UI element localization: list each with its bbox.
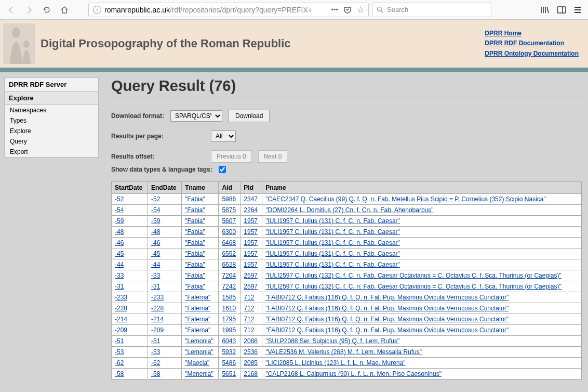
reload-button[interactable] <box>39 3 54 17</box>
sidebar-item[interactable]: Namespaces <box>5 105 98 115</box>
cell-link[interactable]: 2264 <box>244 206 258 214</box>
more-icon[interactable]: ••• <box>331 6 338 14</box>
cell-link[interactable]: "Fabia" <box>185 250 205 257</box>
cell-link[interactable]: -45 <box>115 250 124 257</box>
column-header[interactable]: Aid <box>219 182 240 194</box>
sidebar-item[interactable]: Types <box>5 115 98 126</box>
cell-link[interactable]: "Fabia" <box>185 195 205 203</box>
cell-link[interactable]: 7204 <box>222 272 236 279</box>
cell-link[interactable]: 7242 <box>222 283 236 290</box>
cell-link[interactable]: 1795 <box>222 316 236 323</box>
cell-link[interactable]: 2088 <box>244 337 258 345</box>
cell-link[interactable]: "Falerna" <box>185 326 210 334</box>
sidebar-item[interactable]: Query <box>5 136 98 147</box>
cell-link[interactable]: -228 <box>115 305 127 312</box>
cell-link[interactable]: "Fabia" <box>185 239 205 246</box>
bookmark-icon[interactable]: ☆ <box>357 5 364 15</box>
cell-link[interactable]: 1957 <box>244 228 258 236</box>
results-per-page-select[interactable]: All <box>211 130 236 142</box>
download-format-select[interactable]: SPARQL/CSV <box>170 110 222 122</box>
sidebar-item[interactable]: Export <box>5 147 98 157</box>
cell-link[interactable]: -33 <box>151 272 160 279</box>
cell-link[interactable]: -214 <box>151 316 164 323</box>
cell-link[interactable]: -59 <box>115 217 124 225</box>
cell-link[interactable]: -228 <box>151 305 164 312</box>
cell-link[interactable]: -52 <box>115 195 124 203</box>
cell-link[interactable]: 2597 <box>244 272 258 279</box>
cell-link[interactable]: "Lemonia" <box>185 348 213 356</box>
cell-link[interactable]: 6628 <box>222 261 236 268</box>
cell-link[interactable]: 712 <box>244 305 254 312</box>
cell-link[interactable]: "Fabia" <box>185 283 205 290</box>
cell-link[interactable]: -214 <box>115 316 127 323</box>
cell-link[interactable]: -45 <box>151 250 160 257</box>
cell-link[interactable]: "IULI1957 C. Iulius (131) C. f. C. n. Fa… <box>265 261 400 268</box>
column-header[interactable]: Pname <box>262 182 582 194</box>
column-header[interactable]: Tname <box>182 182 219 194</box>
cell-link[interactable]: "Fabia" <box>185 272 205 279</box>
header-link[interactable]: DPRR Home <box>485 29 579 38</box>
cell-link[interactable]: -54 <box>151 206 160 214</box>
cell-link[interactable]: -58 <box>151 370 160 377</box>
cell-link[interactable]: -233 <box>151 294 164 301</box>
previous-button[interactable]: Previous 0 <box>211 150 252 163</box>
cell-link[interactable]: "DOMI2264 L. Domitius (27) Cn. f. Cn. n.… <box>265 206 433 214</box>
cell-link[interactable]: 1610 <box>222 305 236 312</box>
cell-link[interactable]: "IULI2597 C. Iulius (132) C. f. C. n. Fa… <box>265 283 562 290</box>
cell-link[interactable]: "CAEC2347 Q. Caecilius (99) Q. f. Q. n. … <box>265 195 546 203</box>
show-types-checkbox[interactable] <box>219 166 226 173</box>
cell-link[interactable]: 2168 <box>244 370 258 377</box>
cell-link[interactable]: -62 <box>151 359 160 367</box>
cell-link[interactable]: 1957 <box>244 239 258 246</box>
header-link[interactable]: DPRR RDF Documentation <box>485 38 579 48</box>
cell-link[interactable]: "FABI0712 Q. Fabius (116) Q. f. Q. n. Fa… <box>265 305 509 312</box>
column-header[interactable]: Pid <box>240 182 262 194</box>
cell-link[interactable]: "FABI0712 Q. Fabius (116) Q. f. Q. n. Fa… <box>265 326 509 334</box>
search-bar[interactable]: Search <box>372 3 491 17</box>
cell-link[interactable]: 1957 <box>244 217 258 225</box>
cell-link[interactable]: "SULP2088 Ser. Sulpicius (95) Q. f. Lem.… <box>265 337 399 345</box>
cell-link[interactable]: 712 <box>244 316 254 323</box>
sidebar-icon[interactable] <box>557 6 566 14</box>
cell-link[interactable]: -46 <box>151 239 160 246</box>
library-icon[interactable] <box>540 6 550 14</box>
cell-link[interactable]: -31 <box>115 283 124 290</box>
cell-link[interactable]: -53 <box>151 348 160 356</box>
column-header[interactable]: EndDate <box>148 182 182 194</box>
cell-link[interactable]: 6468 <box>222 239 236 246</box>
cell-link[interactable]: 5986 <box>222 195 236 203</box>
cell-link[interactable]: -33 <box>115 272 124 279</box>
page-viewport[interactable]: Digital Prosopography of the Roman Repub… <box>0 20 588 392</box>
cell-link[interactable]: "IULI1957 C. Iulius (131) C. f. C. n. Fa… <box>265 250 400 257</box>
cell-link[interactable]: 6300 <box>222 228 236 236</box>
cell-link[interactable]: -48 <box>115 228 124 236</box>
cell-link[interactable]: 712 <box>244 294 254 301</box>
cell-link[interactable]: -58 <box>115 370 124 377</box>
cell-link[interactable]: "Falerna" <box>185 305 210 312</box>
cell-link[interactable]: 2347 <box>244 195 258 203</box>
cell-link[interactable]: -52 <box>151 195 160 203</box>
cell-link[interactable]: "Fabia" <box>185 206 205 214</box>
cell-link[interactable]: -44 <box>151 261 160 268</box>
cell-link[interactable]: "IULI1957 C. Iulius (131) C. f. C. n. Fa… <box>265 228 400 236</box>
cell-link[interactable]: -59 <box>151 217 160 225</box>
cell-link[interactable]: 5486 <box>222 359 236 367</box>
cell-link[interactable]: "Maecia" <box>185 359 209 367</box>
cell-link[interactable]: 1995 <box>222 326 236 334</box>
cell-link[interactable]: "IULI2597 C. Iulius (132) C. f. C. n. Fa… <box>265 272 562 279</box>
cell-link[interactable]: 1957 <box>244 250 258 257</box>
cell-link[interactable]: "Fabia" <box>185 217 205 225</box>
cell-link[interactable]: "FABI0712 Q. Fabius (116) Q. f. Q. n. Fa… <box>265 294 509 301</box>
header-link[interactable]: DPRR Ontology Documentation <box>485 49 579 59</box>
column-header[interactable]: StartDate <box>112 182 148 194</box>
sidebar-item[interactable]: Explore <box>5 126 98 136</box>
cell-link[interactable]: -62 <box>115 359 124 367</box>
home-button[interactable] <box>57 3 72 17</box>
cell-link[interactable]: -209 <box>115 326 127 334</box>
cell-link[interactable]: -54 <box>115 206 124 214</box>
cell-link[interactable]: 712 <box>244 326 254 334</box>
cell-link[interactable]: 1585 <box>222 294 236 301</box>
forward-button[interactable] <box>22 3 36 17</box>
download-button[interactable]: Download <box>229 110 270 122</box>
cell-link[interactable]: 6552 <box>222 250 236 257</box>
